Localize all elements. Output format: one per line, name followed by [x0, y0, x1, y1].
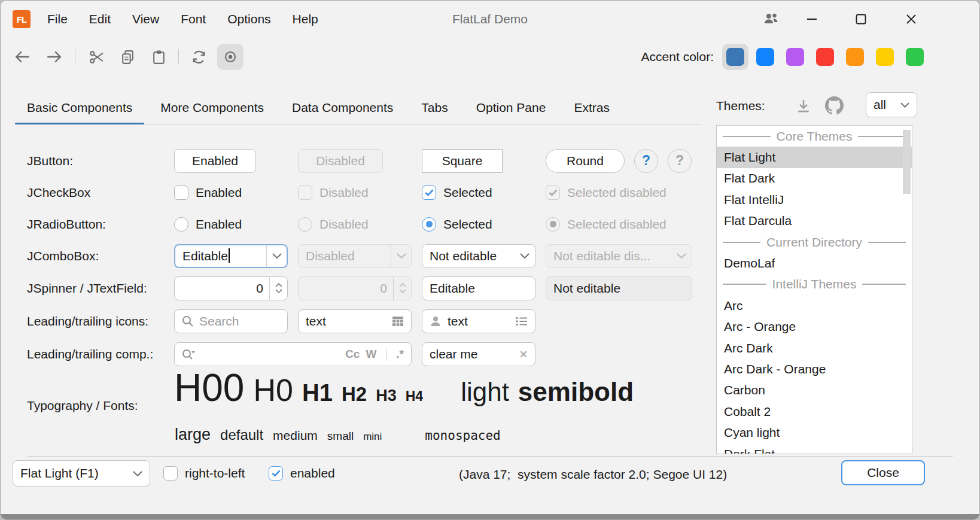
h3-sample: H3 — [376, 387, 397, 405]
show-hidden-toggle[interactable] — [217, 44, 244, 70]
match-case-button[interactable]: Cc — [345, 348, 360, 361]
themes-filter-combobox[interactable]: all — [866, 92, 917, 117]
theme-item-demolaf[interactable]: DemoLaf — [717, 253, 912, 273]
theme-item-arc-orange[interactable]: Arc - Orange — [717, 317, 912, 337]
text-field-with-table-icon[interactable]: text — [298, 309, 412, 333]
theme-item-arc[interactable]: Arc — [717, 295, 912, 316]
checkbox-box-checked — [546, 186, 560, 200]
cut-icon[interactable] — [87, 48, 105, 66]
radio-enabled[interactable]: Enabled — [174, 217, 288, 232]
close-button[interactable]: Close — [841, 460, 925, 485]
spinner-disabled: 0 — [298, 276, 412, 300]
close-window-button[interactable] — [900, 8, 922, 30]
combobox-not-editable[interactable]: Not editable — [422, 244, 535, 268]
flatlaf-logo-icon: FL — [13, 10, 31, 28]
menu-font[interactable]: Font — [181, 12, 206, 26]
checkbox-box-checked[interactable] — [269, 466, 283, 481]
menu-file[interactable]: File — [47, 12, 68, 26]
radio-selected[interactable]: Selected — [422, 217, 535, 232]
theme-item-flat-light[interactable]: Flat Light — [717, 147, 912, 168]
accent-swatch-blue-steel[interactable] — [722, 44, 748, 70]
small-sample: small — [327, 430, 354, 443]
text-field-with-user-icon[interactable]: text — [422, 309, 535, 333]
enabled-button[interactable]: Enabled — [174, 149, 256, 173]
tab-basic-components[interactable]: Basic Components — [15, 91, 144, 124]
spinner[interactable]: 0 — [174, 276, 288, 300]
toolbar-separator — [75, 49, 75, 65]
search-field-with-options[interactable]: Cc W .* — [174, 342, 412, 366]
refresh-icon[interactable] — [190, 48, 208, 66]
users-icon[interactable] — [760, 8, 782, 30]
radio-circle[interactable] — [174, 217, 188, 232]
enabled-checkbox[interactable]: enabled — [269, 466, 335, 481]
paste-icon[interactable] — [150, 48, 168, 66]
copy-icon[interactable] — [118, 48, 136, 66]
square-button[interactable]: Square — [422, 149, 503, 173]
theme-item-flat-dark[interactable]: Flat Dark — [717, 168, 912, 189]
table-icon — [392, 316, 404, 327]
combobox-editable[interactable]: Editable — [174, 244, 288, 268]
back-icon[interactable] — [14, 48, 32, 66]
accent-swatch-green[interactable] — [902, 44, 928, 70]
accent-swatch-purple[interactable] — [782, 44, 808, 70]
accent-swatch-orange[interactable] — [842, 44, 868, 70]
checkbox-box[interactable] — [163, 466, 178, 481]
spinner-buttons[interactable] — [269, 277, 287, 300]
checkbox-selected[interactable]: Selected — [422, 186, 535, 200]
regex-button[interactable]: .* — [396, 348, 404, 361]
jcombobox-label: JComboBox: — [27, 249, 164, 263]
medium-sample: medium — [273, 428, 318, 443]
theme-item-flat-darcula[interactable]: Flat Darcula — [717, 211, 912, 232]
accent-swatch-red[interactable] — [812, 44, 838, 70]
menu-edit[interactable]: Edit — [89, 12, 111, 26]
github-icon[interactable] — [825, 96, 844, 115]
checkbox-selected-disabled: Selected disabled — [546, 186, 692, 200]
rtl-checkbox[interactable]: right-to-left — [163, 466, 245, 481]
accent-swatch-yellow[interactable] — [872, 44, 898, 70]
forward-icon[interactable] — [45, 48, 63, 66]
checkbox-box[interactable] — [174, 186, 188, 200]
titlebar: FL File Edit View Font Options Help Flat… — [1, 1, 979, 38]
theme-item-dark-flat[interactable]: Dark Flat — [717, 443, 912, 454]
whole-word-button[interactable]: W — [366, 348, 376, 361]
textfield-editable[interactable]: Editable — [422, 276, 535, 300]
minimize-button[interactable] — [801, 8, 823, 30]
chevron-down-icon — [520, 253, 529, 259]
theme-item-arc-dark[interactable]: Arc Dark — [717, 337, 912, 358]
theme-item-carbon[interactable]: Carbon — [717, 380, 912, 401]
list-icon — [516, 317, 528, 326]
eye-icon — [223, 49, 238, 65]
h0-sample: H0 — [253, 372, 293, 408]
maximize-button[interactable] — [850, 8, 872, 30]
large-sample: large — [175, 425, 211, 444]
chevron-down-icon — [677, 253, 686, 259]
theme-item-arc-dark-orange[interactable]: Arc Dark - Orange — [717, 358, 912, 379]
checkbox-enabled[interactable]: Enabled — [174, 186, 288, 200]
radio-circle-selected[interactable] — [422, 217, 436, 232]
chevron-down-icon — [272, 253, 282, 259]
menu-view[interactable]: View — [132, 12, 159, 26]
menu-options[interactable]: Options — [227, 12, 270, 26]
themes-scrollbar-thumb[interactable] — [903, 130, 911, 194]
checkbox-box-checked[interactable] — [422, 186, 436, 200]
tab-tabs[interactable]: Tabs — [409, 91, 459, 124]
help-button[interactable]: ? — [634, 149, 658, 173]
download-icon[interactable] — [795, 98, 812, 114]
tab-extras[interactable]: Extras — [562, 91, 622, 124]
menu-help[interactable]: Help — [293, 12, 318, 26]
themes-separator: Current Directory — [717, 232, 912, 253]
theme-item-flat-intellij[interactable]: Flat IntelliJ — [717, 189, 912, 210]
theme-item-cyan-light[interactable]: Cyan light — [717, 422, 912, 443]
tab-data-components[interactable]: Data Components — [280, 91, 405, 124]
text-caret — [229, 248, 230, 263]
laf-selector-combobox[interactable]: Flat Light (F1) — [13, 460, 150, 486]
clearable-field[interactable]: clear me × — [422, 342, 535, 366]
tab-option-pane[interactable]: Option Pane — [464, 91, 558, 124]
clear-icon[interactable]: × — [519, 347, 528, 361]
accent-swatch-blue[interactable] — [752, 44, 778, 70]
round-button[interactable]: Round — [546, 149, 625, 173]
status-text: (Java 17; system scale factor 2.0; Segoe… — [459, 467, 727, 482]
theme-item-cobalt-2[interactable]: Cobalt 2 — [717, 401, 912, 422]
tab-more-components[interactable]: More Components — [148, 91, 276, 124]
search-field[interactable]: Search — [174, 309, 288, 333]
